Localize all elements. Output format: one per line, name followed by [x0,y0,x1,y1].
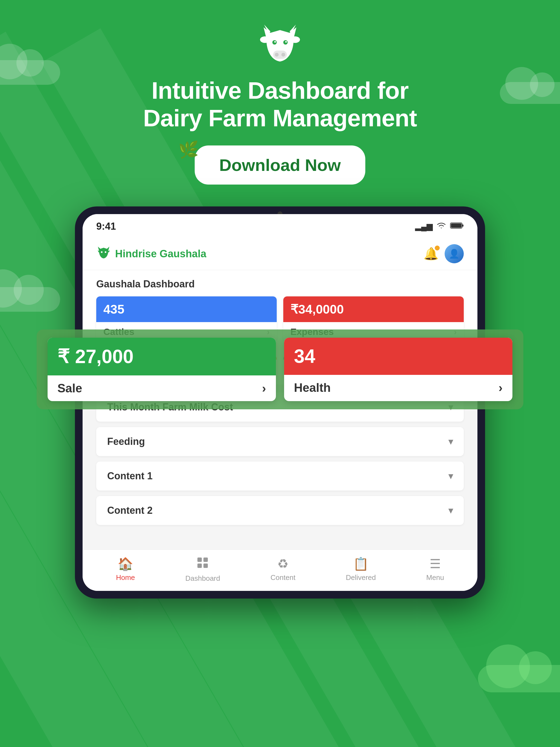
dashboard-title: Gaushala Dashboard [96,278,464,290]
nav-label-home: Home [116,573,135,582]
signal-icon: ▂▄▆ [415,222,433,231]
download-button[interactable]: Download Now [195,146,365,185]
download-button-wrapper: 🌿 Download Now [195,146,365,185]
accordion-label-2: Content 1 [107,470,153,482]
sale-footer: Sale › [48,376,276,401]
svg-point-8 [281,53,285,57]
dashboard-icon [196,557,209,572]
svg-point-0 [260,36,270,43]
health-label: Health [294,381,331,394]
user-avatar[interactable]: 👤 [444,244,464,263]
nav-label-content: Content [271,573,295,582]
cattles-value: 435 [96,297,277,322]
nav-label-menu: Menu [426,573,444,582]
svg-rect-17 [203,564,208,568]
app-header: Hindrise Gaushala 🔔 👤 [82,239,478,270]
svg-rect-14 [198,558,202,562]
hero-headline: Intuitive Dashboard for Dairy Farm Manag… [143,77,417,132]
sale-arrow: › [262,381,266,395]
nav-item-content[interactable]: ♻ Content [271,557,295,583]
svg-rect-10 [462,225,463,227]
app-cow-icon [96,246,111,262]
svg-point-7 [275,53,279,57]
highlighted-cards-overlay: ₹ 27,000 Sale › 34 Health › [36,330,524,409]
accordion-arrow-1: ▾ [449,436,453,447]
nav-item-delivered[interactable]: 📋 Delivered [346,557,376,583]
health-footer: Health › [284,375,512,401]
accordion-item-feeding[interactable]: Feeding ▾ [96,427,464,456]
app-name: Hindrise Gaushala [115,248,206,260]
cow-logo-icon [258,22,302,66]
menu-icon: ☰ [430,557,441,571]
status-time: 9:41 [96,221,116,232]
svg-rect-16 [198,564,202,568]
device-mockup: 9:41 ▂▄▆ [75,206,485,598]
svg-point-1 [290,36,300,43]
battery-icon [450,222,464,231]
nav-item-menu[interactable]: ☰ Menu [426,557,444,583]
wifi-icon [436,222,446,232]
home-icon: 🏠 [118,557,133,571]
health-highlight-card[interactable]: 34 Health › [284,338,512,401]
bell-icon[interactable]: 🔔 [424,247,439,261]
health-arrow: › [499,381,503,394]
content-icon: ♻ [277,557,288,571]
svg-point-4 [274,41,276,43]
accordion-arrow-3: ▾ [449,505,453,516]
cloud-bottom-right [478,665,560,692]
expenses-value: ₹34,0000 [283,297,464,322]
app-logo-area: Hindrise Gaushala [96,246,206,262]
leaf-icon: 🌿 [178,140,199,159]
svg-rect-15 [203,558,208,562]
sale-value: ₹ 27,000 [48,338,276,376]
status-icons: ▂▄▆ [415,222,464,232]
svg-point-5 [285,41,287,43]
notification-dot [435,246,440,251]
status-bar: 9:41 ▂▄▆ [82,214,478,239]
nav-item-dashboard[interactable]: Dashboard [185,557,220,583]
sale-label: Sale [57,381,82,395]
nav-item-home[interactable]: 🏠 Home [116,557,135,583]
accordion-arrow-2: ▾ [449,471,453,481]
accordion-item-content2[interactable]: Content 2 ▾ [96,496,464,525]
main-content: Intuitive Dashboard for Dairy Farm Manag… [0,0,560,598]
header-icons: 🔔 👤 [424,244,464,263]
svg-point-12 [101,251,103,253]
sale-highlight-card[interactable]: ₹ 27,000 Sale › [48,338,276,401]
nav-label-dashboard: Dashboard [185,574,220,583]
bottom-navigation: 🏠 Home Dashboard [82,549,478,591]
accordion-label-1: Feeding [107,436,145,447]
nav-label-delivered: Delivered [346,573,376,582]
accordion-item-content1[interactable]: Content 1 ▾ [96,462,464,491]
delivered-icon: 📋 [353,557,368,571]
svg-point-13 [105,251,106,253]
health-value: 34 [284,338,512,375]
svg-rect-11 [451,223,462,228]
accordion-label-3: Content 2 [107,505,153,516]
spacer [82,539,478,549]
